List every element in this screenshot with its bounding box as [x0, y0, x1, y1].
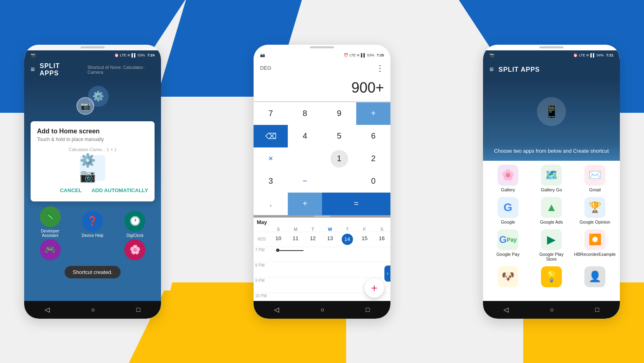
center-nav-back[interactable]: ◁ [274, 306, 279, 313]
left-dialog-shortcut-name: Calculator-Came... 1 × 1 [37, 147, 148, 152]
right-nav-home[interactable]: ○ [550, 306, 554, 313]
right-app-play-store[interactable]: ▶ Google Play Store [535, 229, 568, 261]
calc-btn-3[interactable]: 3 [254, 170, 288, 193]
right-hero-section: 📱 [483, 79, 620, 144]
calc-btn-6[interactable]: 6 [356, 125, 390, 147]
left-nav-back[interactable]: ◁ [45, 306, 50, 313]
right-menu-icon[interactable]: ≡ [489, 65, 494, 74]
calc-btn-2[interactable]: 2 [356, 147, 390, 170]
right-bottom-nav: ◁ ○ □ [483, 301, 620, 319]
center-cal-day-14-container[interactable]: 14 [339, 234, 356, 245]
center-cal-day-10[interactable]: 10 [270, 234, 287, 245]
phone-left: 📷 ⏰ LTE ≋ ▌▌ 53% 7:24 ≡ SPLIT APPS Short… [24, 45, 161, 319]
left-menu-icon[interactable]: ≡ [31, 65, 35, 74]
left-cancel-button[interactable]: CANCEL [60, 186, 82, 195]
left-app-icon-digiclock: 🕐 [124, 211, 145, 232]
center-cal-thu: T [339, 227, 356, 232]
right-app-dog[interactable]: 🐶 [492, 266, 524, 287]
right-app-label-google-opinion: Google Opinion [580, 220, 610, 224]
center-calc-more-icon[interactable]: ⋮ [376, 63, 384, 73]
center-bottom-nav: ◁ ○ □ [254, 301, 390, 319]
left-shortcut-label: Shortcut of None: Calculator-Camera [87, 65, 155, 75]
right-grid-row4: 🐶 💡 👤 [486, 264, 617, 290]
calc-btn-7[interactable]: 7 [254, 102, 288, 125]
calc-btn-empty1 [288, 147, 322, 170]
phone-center-inner: 📷 ⏰ LTE ≋ ▌▌ 53% 7:25 DEG ⋮ 900+ 7 [254, 45, 390, 319]
left-app-partial1[interactable]: 🎮 [36, 239, 64, 260]
right-app-hbrecorder[interactable]: ⏺️ HBRecorderExample [579, 229, 611, 261]
left-status-cam-icon: 📷 [31, 53, 35, 57]
phone-right-inner: 📷 ⏰ LTE ≋ ▌▌ 54% 7:21 ≡ SPLIT APPS 📱 Cho… [483, 45, 620, 319]
center-calc-display: DEG ⋮ 900+ [254, 60, 390, 101]
center-expand-btn[interactable]: ‹ [384, 266, 390, 282]
right-app-icon-hbrecorder: ⏺️ [584, 229, 605, 250]
center-calc-buttons: 7 8 9 + ⌫ 4 5 6 × 1 2 3 − 0 . + [254, 102, 390, 215]
right-choose-text: Choose two apps from below and Create sh… [483, 144, 620, 161]
center-cal-tue: T [304, 227, 322, 232]
left-bottom-apps-row2: 🎮 🌸 [24, 238, 161, 260]
calc-btn-equals[interactable]: = [322, 193, 390, 215]
right-app-gallery-go[interactable]: 🗺️ Gallery Go [535, 165, 568, 192]
center-fab-button[interactable]: + [365, 278, 384, 298]
calc-btn-9[interactable]: 9 [322, 102, 356, 125]
right-app-label-gmail: Gmail [589, 187, 601, 192]
left-toast: Shortcut created. [65, 264, 121, 280]
calc-btn-empty2 [322, 170, 356, 193]
center-time-label-10pm: 10 PM [254, 293, 273, 299]
left-nav-home[interactable]: ○ [91, 306, 95, 313]
calc-btn-minus[interactable]: − [288, 170, 322, 193]
center-timeslots: 7 PM 8 PM 9 PM 10 PM [254, 247, 390, 301]
calc-btn-4[interactable]: 4 [288, 125, 322, 147]
left-app-device-help[interactable]: ❓ Device Help [78, 211, 107, 238]
calc-btn-5[interactable]: 5 [322, 125, 356, 147]
right-app-person[interactable]: 👤 [579, 266, 611, 287]
right-apps-grid: 🌸 Gallery 🗺️ Gallery Go ✉️ Gmail [483, 161, 620, 301]
calc-btn-plus2[interactable]: + [288, 193, 322, 215]
right-app-label-google: Google [501, 220, 515, 224]
right-hero-emoji: 📱 [544, 104, 559, 118]
center-nav-home[interactable]: ○ [320, 306, 324, 313]
right-nav-recents[interactable]: □ [595, 306, 599, 313]
right-app-gmail[interactable]: ✉️ Gmail [579, 165, 611, 192]
calc-btn-multiply[interactable]: × [254, 147, 288, 170]
calc-btn-1[interactable]: 1 [330, 150, 348, 168]
center-nav-recents[interactable]: □ [366, 306, 370, 313]
right-app-gallery[interactable]: 🌸 Gallery [492, 165, 524, 192]
right-app-bulb[interactable]: 💡 [535, 266, 568, 287]
calc-btn-backspace[interactable]: ⌫ [254, 125, 288, 147]
calc-btn-plus[interactable]: + [356, 102, 390, 125]
right-app-label-play-store: Google Play Store [535, 252, 568, 261]
left-shortcut-front-icon: 📷 [76, 97, 94, 115]
left-nav-recents[interactable]: □ [136, 306, 140, 313]
right-app-google-pay[interactable]: GPay Google Pay [492, 229, 524, 261]
right-status-cam: 📷 [489, 53, 494, 57]
right-app-google-opinion[interactable]: 🏆 Google Opinion [579, 197, 611, 224]
center-cal-day-12[interactable]: 12 [304, 234, 322, 245]
center-cal-day-13[interactable]: 13 [322, 234, 339, 245]
center-cal-wed: W [322, 227, 339, 232]
left-status-bar: 📷 ⏰ LTE ≋ ▌▌ 53% 7:24 [24, 50, 161, 60]
calc-btn-8[interactable]: 8 [288, 102, 322, 125]
center-status-bar: 📷 ⏰ LTE ≋ ▌▌ 53% 7:25 [254, 50, 390, 60]
calc-btn-0[interactable]: 0 [356, 170, 390, 193]
left-app-icon-developer: 🦎 [40, 206, 61, 227]
center-cal-day-11[interactable]: 11 [287, 234, 304, 245]
center-status-cam: 📷 [260, 53, 265, 57]
right-choose-label: Choose two apps from below and Create sh… [494, 148, 609, 154]
left-add-button[interactable]: ADD AUTOMATICALLY [91, 186, 148, 195]
center-cal-month: May [257, 219, 267, 225]
left-app-icon-device-help: ❓ [82, 211, 103, 232]
right-app-icon-google-ads: ▲ [541, 197, 562, 218]
left-app-developer[interactable]: 🦎 Developer Assistant [36, 206, 64, 238]
right-app-icon-gallery: 🌸 [497, 165, 518, 186]
center-cal-day-16[interactable]: 16 [373, 234, 390, 245]
center-cal-day-15[interactable]: 15 [356, 234, 373, 245]
left-app-partial3[interactable]: 🌸 [121, 239, 149, 260]
left-app-digiclock[interactable]: 🕐 DigiClock [121, 211, 149, 238]
right-app-google[interactable]: G Google [492, 197, 524, 224]
center-cal-week-label: W20 [254, 234, 270, 245]
right-app-google-ads[interactable]: ▲ Google Ads [535, 197, 568, 224]
left-app-bar: ≡ SPLIT APPS Shortcut of None: Calculato… [24, 60, 161, 79]
calc-btn-dot[interactable]: . [254, 193, 288, 215]
right-nav-back[interactable]: ◁ [504, 306, 508, 313]
